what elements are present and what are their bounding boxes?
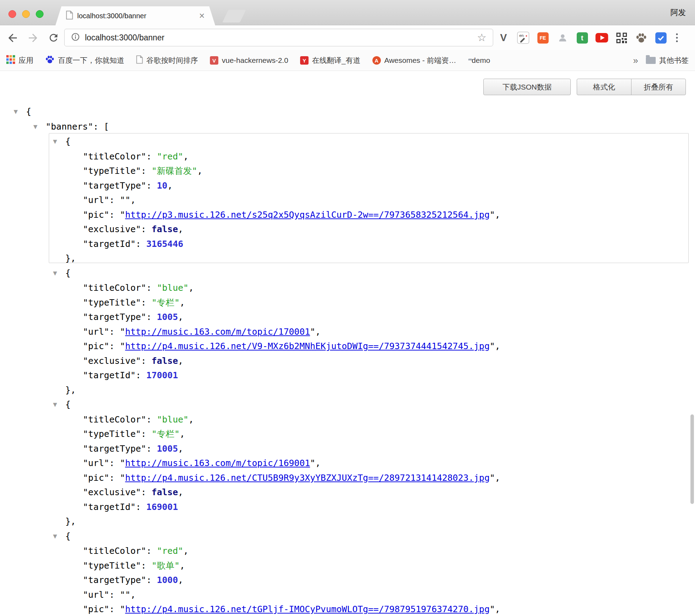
json-line: "typeTitle": "新碟首发", — [0, 164, 695, 178]
fe-extension-icon[interactable]: FE — [536, 31, 549, 44]
bookmark-item[interactable]: 应用 — [6, 55, 33, 66]
folder-icon — [646, 57, 656, 64]
minimize-window-button[interactable] — [22, 10, 30, 18]
bookmark-label: demo — [472, 56, 490, 65]
json-number: 3165446 — [146, 239, 183, 249]
download-json-button[interactable]: 下载JSON数据 — [483, 79, 571, 95]
browser-tab[interactable]: localhost:3000/banner × — [55, 6, 215, 25]
json-line: "targetType": 1005, — [0, 310, 695, 325]
json-number: 169001 — [146, 502, 178, 512]
json-number: 10 — [157, 181, 167, 191]
reload-button[interactable] — [46, 31, 60, 45]
json-link[interactable]: http://music.163.com/m/topic/170001 — [125, 327, 310, 337]
bookmark-item[interactable]: Vvue-hackernews-2.0 — [210, 56, 288, 65]
json-line: "titleColor": "red", — [0, 544, 695, 558]
bookmark-label: 谷歌按时间排序 — [146, 55, 198, 65]
bookmark-item[interactable]: Y在线翻译_有道 — [300, 55, 360, 65]
close-window-button[interactable] — [8, 10, 16, 18]
json-number: 1005 — [157, 444, 178, 454]
back-button[interactable] — [6, 31, 20, 45]
json-line: }, — [0, 383, 695, 398]
qr-code-icon[interactable] — [615, 31, 628, 44]
json-line: "pic": "http://p3.music.126.net/s25q2x5Q… — [0, 208, 695, 222]
svg-text:en: en — [519, 33, 524, 38]
bookmarks-bar: 应用百度一下，你就知道谷歌按时间排序Vvue-hackernews-2.0Y在线… — [0, 50, 695, 71]
address-bar[interactable]: localhost:3000/banner ☆ — [64, 29, 493, 46]
json-line: ▼{ — [0, 134, 695, 149]
youtube-icon[interactable] — [595, 31, 608, 44]
json-line: "targetType": 10, — [0, 178, 695, 193]
org-person-icon[interactable] — [556, 31, 569, 44]
json-string: "新碟首发" — [152, 166, 197, 176]
json-link[interactable]: http://p3.music.126.net/s25q2x5QyqsAzilC… — [125, 210, 490, 220]
bookmark-item[interactable]: demo — [468, 56, 490, 65]
json-link[interactable]: http://p4.music.126.net/CTU5B9R9y3XyYBZX… — [125, 473, 490, 483]
bookmarks-overflow-chevron[interactable]: » — [633, 55, 638, 66]
tab-close-icon[interactable]: × — [199, 11, 205, 21]
shield-check-icon[interactable] — [654, 31, 667, 44]
browser-menu-icon[interactable] — [674, 33, 680, 42]
new-tab-button[interactable] — [222, 10, 246, 22]
json-line: "titleColor": "blue", — [0, 412, 695, 427]
json-string: "blue" — [157, 283, 188, 293]
tampermonkey-icon[interactable]: t — [576, 31, 589, 44]
bookmark-item[interactable]: AAwesomes - 前端资… — [372, 55, 456, 65]
collapse-all-button[interactable]: 折叠所有 — [631, 79, 686, 95]
json-string: "blue" — [157, 414, 188, 425]
apps-grid-icon — [6, 55, 15, 66]
content-area: 下载JSON数据 格式化 折叠所有 ▼{▼"banners": [▼{"titl… — [0, 71, 695, 616]
json-line: "targetId": 170001 — [0, 368, 695, 383]
paw-blue-icon — [45, 55, 54, 66]
json-tree: ▼{▼"banners": [▼{"titleColor": "red","ty… — [0, 104, 695, 616]
json-line: "pic": "http://p4.music.126.net/CTU5B9R9… — [0, 471, 695, 485]
collapse-toggle-icon[interactable]: ▼ — [53, 266, 65, 281]
json-string: "red" — [157, 546, 183, 556]
bookmark-item[interactable]: 谷歌按时间排序 — [136, 55, 198, 66]
info-icon[interactable] — [71, 32, 80, 43]
json-line: "pic": "http://p4.music.126.net/tGPljf-I… — [0, 602, 695, 616]
json-line: ▼"banners": [ — [0, 119, 695, 135]
bookmark-label: vue-hackernews-2.0 — [222, 56, 288, 65]
json-string: "专栏" — [152, 297, 180, 308]
collapse-toggle-icon[interactable]: ▼ — [53, 398, 65, 412]
json-number: 1000 — [157, 575, 178, 585]
bookmark-label: Awesomes - 前端资… — [384, 55, 456, 65]
json-line: "typeTitle": "专栏", — [0, 295, 695, 310]
json-string: "歌单" — [152, 561, 180, 571]
bookmark-label: 在线翻译_有道 — [312, 55, 360, 65]
format-button[interactable]: 格式化 — [577, 79, 631, 95]
forward-button[interactable] — [26, 31, 40, 45]
json-line: }, — [0, 251, 695, 266]
json-line: "url": "http://music.163.com/m/topic/170… — [0, 325, 695, 339]
collapse-toggle-icon[interactable]: ▼ — [53, 529, 65, 544]
json-line: }, — [0, 514, 695, 529]
json-boolean: false — [152, 224, 178, 234]
translate-icon[interactable]: en — [517, 31, 530, 44]
json-number: 170001 — [146, 370, 178, 380]
json-line: "titleColor": "red", — [0, 149, 695, 164]
json-link[interactable]: http://p4.music.126.net/V9-MXz6b2MNhEKju… — [125, 341, 490, 351]
json-line: "exclusive": false, — [0, 354, 695, 368]
collapse-toggle-icon[interactable]: ▼ — [33, 120, 46, 135]
json-line: "targetId": 3165446 — [0, 237, 695, 251]
json-line: "url": "", — [0, 193, 695, 208]
profile-name[interactable]: 阿发 — [670, 7, 686, 18]
bookmark-item[interactable]: 百度一下，你就知道 — [45, 55, 124, 66]
json-number: 1005 — [157, 312, 178, 322]
v-red-icon: V — [210, 56, 218, 65]
json-link[interactable]: http://p4.music.126.net/tGPljf-IMOCyPvum… — [125, 604, 490, 614]
a-circle-icon: A — [372, 56, 381, 65]
paw-icon[interactable] — [635, 31, 648, 44]
json-link[interactable]: http://music.163.com/m/topic/169001 — [125, 458, 310, 468]
scrollbar-thumb[interactable] — [690, 414, 694, 504]
other-bookmarks-button[interactable]: 其他书签 — [646, 55, 689, 65]
json-line: "typeTitle": "歌单", — [0, 558, 695, 573]
collapse-toggle-icon[interactable]: ▼ — [53, 135, 65, 149]
json-string: "red" — [157, 151, 183, 162]
zoom-window-button[interactable] — [36, 10, 44, 18]
json-line: "exclusive": false, — [0, 485, 695, 500]
collapse-toggle-icon[interactable]: ▼ — [14, 105, 26, 119]
url-text[interactable]: localhost:3000/banner — [85, 33, 164, 42]
bookmark-star-icon[interactable]: ☆ — [477, 32, 486, 43]
vimium-icon[interactable]: V — [497, 31, 510, 44]
